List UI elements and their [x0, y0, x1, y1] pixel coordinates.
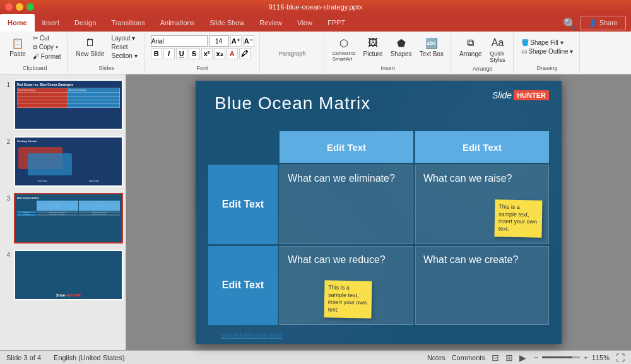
matrix-cell-bl-text: What can we reduce?: [288, 254, 386, 265]
slide-thumb-2[interactable]: 2 Strategy Canvas Red Ocean Blue Ocean: [3, 136, 123, 187]
slides-small: Layout ▾ Reset Section ▾: [109, 34, 139, 60]
close-button[interactable]: [5, 3, 13, 11]
arrange-button[interactable]: ⧉ Arrange: [456, 34, 485, 59]
clipboard-buttons: 📋 Paste ✂ Cut ⧉ Copy ▾ 🖌 Format: [6, 34, 63, 64]
shapes-button[interactable]: ⬟ Shapes: [387, 34, 415, 59]
tab-home[interactable]: Home: [0, 14, 35, 32]
slide-thumb-3[interactable]: 3 Blue Ocean Matrix Edit Text Edit Text …: [3, 193, 123, 244]
zoom-level[interactable]: 115%: [592, 354, 610, 361]
slide-num-4: 4: [3, 250, 10, 259]
matrix-cell-br-text: What can we create?: [423, 254, 518, 265]
strikethrough-button[interactable]: S: [189, 48, 200, 59]
slide-sorter-button[interactable]: ⊞: [505, 353, 513, 363]
font-color-button[interactable]: A: [227, 48, 238, 59]
convert-smartart-button[interactable]: ⬡ Convert toSmartArt: [329, 34, 359, 63]
tab-view[interactable]: View: [290, 14, 320, 32]
matrix-cell-tr[interactable]: What can we raise? This is a sample text…: [415, 165, 549, 244]
slide-num-1: 1: [3, 79, 10, 88]
thumb1-cell: [18, 104, 68, 108]
section-button[interactable]: Section ▾: [109, 52, 139, 60]
underline-button[interactable]: U: [176, 48, 187, 59]
paste-button[interactable]: 📋 Paste: [6, 34, 29, 59]
tab-fppt[interactable]: FPPT: [320, 14, 353, 32]
sticky-note-1[interactable]: This is a sample text, insert your own t…: [494, 199, 542, 237]
slide-num-3: 3: [3, 193, 10, 202]
thumb3-r2-text: Edit Text: [23, 214, 30, 216]
reading-view-button[interactable]: ▶: [519, 353, 526, 363]
picture-button[interactable]: 🖼 Picture: [360, 34, 386, 59]
insert-label: Insert: [381, 64, 396, 71]
font-size-inc-button[interactable]: A⁺: [230, 35, 242, 47]
matrix-row2-label[interactable]: Edit Text: [208, 246, 278, 326]
thumb3-cell-tl: What can we eliminate?: [37, 211, 78, 213]
matrix-row1-label[interactable]: Edit Text: [208, 165, 278, 244]
quick-styles-button[interactable]: Aa QuickStyles: [487, 34, 509, 64]
notes-button[interactable]: Notes: [427, 354, 445, 361]
shape-fill-button[interactable]: 🪣 Shape Fill ▾: [519, 38, 576, 47]
format-button[interactable]: 🖌 Format: [30, 52, 63, 61]
tab-insert[interactable]: Insert: [35, 14, 68, 32]
matrix-header-1-text: Edit Text: [327, 142, 366, 153]
tab-animations[interactable]: Animations: [153, 14, 202, 32]
tab-slideshow[interactable]: Slide Show: [202, 14, 252, 32]
font-family-input[interactable]: [151, 35, 208, 47]
slide-canvas[interactable]: Blue Ocean Matrix Slide HUNTER Edit Text…: [196, 81, 562, 344]
font-size-dec-button[interactable]: A⁻: [243, 35, 254, 47]
slide-title[interactable]: Blue Ocean Matrix: [215, 93, 370, 114]
thumb3-grid: Edit Text Edit Text Edit Text What can w…: [17, 201, 120, 216]
normal-view-button[interactable]: ⊟: [492, 353, 499, 363]
slide-thumb-4[interactable]: 4 SlideHUNTER: [3, 250, 123, 300]
slide-url[interactable]: http://slidehunter.com/: [221, 332, 283, 339]
shape-outline-button[interactable]: ▭ Shape Outline ▾: [519, 47, 576, 56]
zoom-slider[interactable]: [542, 356, 580, 358]
fit-window-button[interactable]: ⛶: [616, 353, 625, 363]
matrix-header-2[interactable]: Edit Text: [415, 131, 549, 163]
new-slide-button[interactable]: 🗒 New Slide: [73, 34, 107, 59]
arrange-buttons: ⧉ Arrange Aa QuickStyles: [456, 34, 509, 64]
matrix-grid: Edit Text Edit Text Edit Text What can w…: [208, 131, 549, 325]
bold-button[interactable]: B: [151, 48, 162, 59]
italic-button[interactable]: I: [163, 48, 175, 59]
comments-button[interactable]: Comments: [452, 354, 485, 361]
font-label: Font: [197, 64, 208, 71]
layout-button[interactable]: Layout ▾: [109, 34, 139, 42]
slide-thumb-1[interactable]: 1 Red Ocean vs. Blue Ocean Strategies Re…: [3, 79, 123, 130]
matrix-cell-br[interactable]: What can we create?: [415, 246, 549, 326]
matrix-header-1[interactable]: Edit Text: [280, 131, 413, 163]
subscript-button[interactable]: x₂: [214, 48, 225, 59]
window-title: 9116-blue-ocean-strategy.pptx: [269, 3, 362, 11]
matrix-cell-bl[interactable]: What can we reduce? This is a sample tex…: [280, 246, 413, 326]
zoom-out-button[interactable]: －: [533, 353, 540, 362]
tab-transitions[interactable]: Transitions: [103, 14, 152, 32]
tab-review[interactable]: Review: [252, 14, 290, 32]
thumb3-br-text: What can we create?: [92, 214, 107, 216]
title-bar: 9116-blue-ocean-strategy.pptx: [0, 0, 631, 14]
slide-image-4[interactable]: SlideHUNTER: [14, 250, 123, 300]
superscript-button[interactable]: x²: [201, 48, 213, 59]
thumb2-label-blue: Blue Ocean: [89, 180, 99, 182]
window-controls[interactable]: [5, 3, 34, 11]
maximize-button[interactable]: [27, 3, 34, 11]
thumb3-tl-text: What can we eliminate?: [49, 211, 66, 213]
search-icon[interactable]: 🔍: [563, 17, 577, 31]
cut-button[interactable]: ✂ Cut: [30, 34, 63, 42]
tab-design[interactable]: Design: [67, 14, 103, 32]
thumb3-cell-br: What can we create?: [79, 214, 121, 216]
matrix-cell-tl[interactable]: What can we eliminate?: [280, 165, 413, 244]
slide-image-1[interactable]: Red Ocean vs. Blue Ocean Strategies Red …: [14, 79, 123, 130]
highlight-button[interactable]: 🖍: [239, 48, 251, 59]
language-indicator: English (United States): [54, 354, 125, 361]
thumb3-bl-text: What can we reduce?: [50, 214, 65, 216]
thumb2-labels: Red Ocean Blue Ocean: [17, 180, 120, 182]
textbox-button[interactable]: 🔤 Text Box: [416, 34, 447, 59]
sticky-note-2[interactable]: This is a sample text, insert your own t…: [324, 281, 372, 319]
font-size-input[interactable]: [209, 35, 229, 47]
reset-button[interactable]: Reset: [109, 43, 139, 51]
copy-button[interactable]: ⧉ Copy ▾: [30, 43, 63, 52]
share-button[interactable]: 👤 Share: [581, 16, 626, 30]
slide-image-2[interactable]: Strategy Canvas Red Ocean Blue Ocean: [14, 136, 123, 187]
zoom-in-button[interactable]: ＋: [582, 353, 589, 362]
arrange-label: Arrange: [459, 50, 482, 57]
slide-image-3[interactable]: Blue Ocean Matrix Edit Text Edit Text Ed…: [14, 193, 123, 244]
minimize-button[interactable]: [16, 3, 23, 11]
